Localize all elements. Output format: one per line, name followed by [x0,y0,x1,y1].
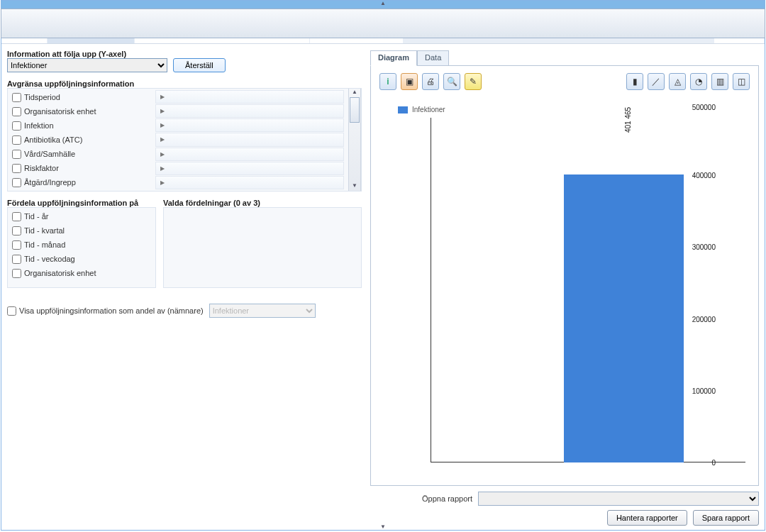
filter-value-row[interactable]: ▶ [155,162,344,175]
chevron-right-icon: ▶ [160,179,165,186]
chevron-right-icon: ▶ [160,122,165,128]
tab-data[interactable]: Data [417,50,449,66]
dist-tid-manad[interactable]: Tid - månad [12,238,151,252]
filters-section: Avgränsa uppföljningsinformation Tidsper… [7,79,362,192]
distribution-header: Fördela uppföljningsinformation på [7,199,156,207]
histogram-icon[interactable]: ▥ [711,73,728,90]
share-checkbox[interactable]: Visa uppföljningsinformation som andel a… [7,304,204,318]
yaxis-label: Information att följa upp (Y-axel) [7,50,362,58]
dist-org-enhet[interactable]: Organisatorisk enhet [12,266,151,280]
tab-diagram[interactable]: Diagram [370,50,417,66]
chevron-right-icon: ▶ [160,136,165,143]
area-chart-icon[interactable]: ◬ [669,73,686,90]
content-body: Information att följa upp (Y-axel) Infek… [1,44,765,530]
filter-values: ▶ ▶ ▶ ▶ ▶ ▶ ▶ [151,89,348,191]
open-report-label: Öppna rapport [422,494,472,503]
scrollbar-thumb[interactable] [1,9,765,38]
filter-value-row[interactable]: ▶ [155,133,344,146]
chart-toolbar: i ▣ 🖨 🔍 ✎ ▮ ／ ◬ ◔ ▥ ◫ [379,73,750,90]
line-chart-icon[interactable]: ／ [648,73,665,90]
selected-dist-header: Valda fördelningar (0 av 3) [163,199,362,207]
split-chart-icon[interactable]: ◫ [733,73,750,90]
filter-vard-samhalle[interactable]: Vård/Samhälle [12,147,147,161]
chevron-right-icon: ▶ [160,94,165,100]
y-tick: 400000 [680,172,716,179]
open-report-select[interactable] [478,492,759,506]
scroll-up-icon: ▲ [349,89,360,97]
filter-value-row[interactable]: ▶ [155,176,344,189]
zoom-in-icon[interactable]: 🔍 [443,73,460,90]
selected-dist-list [164,208,361,287]
y-axis [398,118,431,462]
scroll-up-icon: ▲ [0,0,766,9]
chevron-right-icon: ▶ [160,108,165,114]
distribution-section: Fördela uppföljningsinformation på Tid -… [7,199,362,288]
data-bar [564,174,684,462]
filter-tidsperiod[interactable]: Tidsperiod [12,90,147,104]
dist-tid-veckodag[interactable]: Tid - veckodag [12,252,151,266]
controls-panel: Information att följa upp (Y-axel) Infek… [7,50,362,530]
dist-tid-ar[interactable]: Tid - år [12,209,151,223]
chart-panel-wrapper: Diagram Data i ▣ 🖨 🔍 ✎ ▮ ／ ◬ ◔ ▥ ◫ [370,50,759,530]
chart-plot: 0 100000 200000 300000 400000 500000 401… [398,118,750,477]
chart-area: Infektioner 0 100000 200000 300000 40000… [379,93,750,477]
filter-names: Tidsperiod Organisatorisk enhet Infektio… [8,89,151,191]
filter-org-enhet[interactable]: Organisatorisk enhet [12,104,147,118]
bar-value-label: 401 465 [624,107,632,133]
filter-infektion[interactable]: Infektion [12,118,147,133]
chart-panel: i ▣ 🖨 🔍 ✎ ▮ ／ ◬ ◔ ▥ ◫ Infektione [370,65,759,486]
legend-swatch [398,106,408,113]
scroll-down-icon: ▼ [349,182,360,191]
chart-tabs: Diagram Data [370,50,759,65]
y-tick: 0 [680,459,716,467]
chevron-right-icon: ▶ [160,165,165,172]
chevron-right-icon: ▶ [160,151,165,157]
filter-value-row[interactable]: ▶ [155,148,344,161]
app-window: Infektionsverktyget demo START SKAPA RAP… [1,0,765,531]
info-icon[interactable]: i [379,73,396,90]
filters-scrollbar[interactable]: ▲ ▼ [348,89,361,191]
yaxis-select[interactable]: Infektioner [7,58,167,72]
scroll-down-icon: ▼ [0,523,766,531]
reset-button[interactable]: Återställ [173,58,226,72]
presentation-icon[interactable]: ▣ [401,73,418,90]
filters-header: Avgränsa uppföljningsinformation [7,79,362,88]
pie-chart-icon[interactable]: ◔ [690,73,707,90]
filter-antibiotika[interactable]: Antibiotika (ATC) [12,133,147,147]
filter-value-row[interactable]: ▶ [155,104,344,118]
filter-atgard-ingrepp[interactable]: Åtgärd/Ingrepp [12,175,147,189]
share-select: Infektioner [209,304,316,318]
yaxis-section: Information att följa upp (Y-axel) Infek… [7,50,362,72]
edit-note-icon[interactable]: ✎ [465,73,482,90]
share-section: Visa uppföljningsinformation som andel a… [7,304,362,318]
y-tick: 300000 [680,243,716,251]
y-tick: 200000 [680,315,716,323]
filter-value-row[interactable]: ▶ [155,90,344,104]
filter-value-row[interactable]: ▶ [155,118,344,132]
y-tick: 500000 [680,104,716,111]
bar-chart-icon[interactable]: ▮ [626,73,643,90]
dist-tid-kvartal[interactable]: Tid - kvartal [12,223,151,238]
print-icon[interactable]: 🖨 [422,73,439,90]
scrollbar-thumb[interactable] [350,97,360,123]
y-tick: 100000 [680,387,716,394]
legend-label: Infektioner [412,106,445,113]
filter-riskfaktor[interactable]: Riskfaktor [12,161,147,175]
